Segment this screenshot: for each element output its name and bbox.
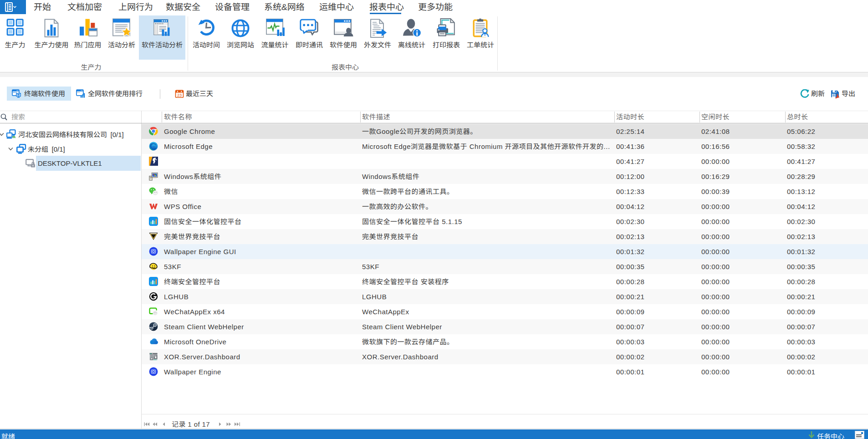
svg-text:23: 23 — [177, 93, 182, 97]
